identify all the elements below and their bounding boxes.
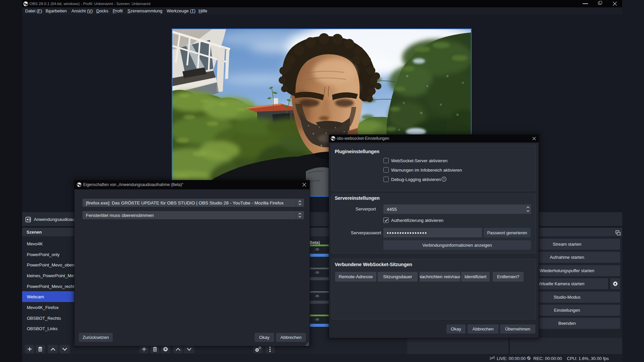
svg-text:?: ? — [443, 177, 445, 181]
